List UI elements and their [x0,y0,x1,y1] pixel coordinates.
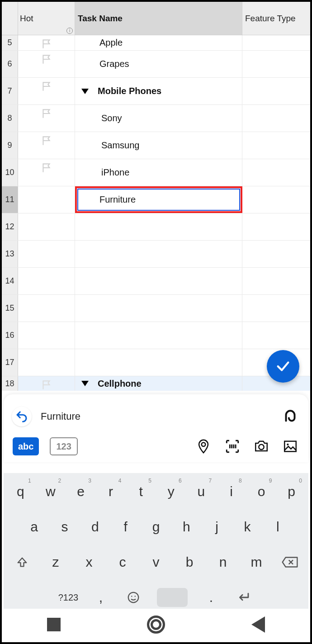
input-value[interactable]: Furniture [41,411,280,422]
feature-cell[interactable] [242,186,310,213]
number-mode-button[interactable]: 123 [50,437,77,455]
flag-icon[interactable] [41,135,52,147]
key-v[interactable]: v [140,549,172,575]
key-x[interactable]: x [73,549,105,575]
table-row[interactable]: 11Furniture [2,186,310,213]
task-cell[interactable] [75,322,242,349]
task-cell[interactable]: Sony [75,105,242,132]
hot-cell[interactable] [18,159,75,186]
flag-icon[interactable] [41,379,52,391]
hot-cell[interactable] [18,51,75,77]
key-s[interactable]: s [50,514,79,540]
task-cell[interactable] [75,241,242,267]
hot-cell[interactable] [18,241,75,267]
feature-cell[interactable] [242,51,310,77]
feature-cell[interactable] [242,159,310,186]
key-o[interactable]: o9 [247,478,276,505]
key-u[interactable]: u7 [187,478,216,505]
hot-cell[interactable] [18,132,75,159]
table-row[interactable]: 6Grapes [2,51,310,78]
comma-key[interactable]: , [85,584,116,611]
hot-cell[interactable] [18,186,75,213]
home-button[interactable] [147,616,165,634]
confirm-fab[interactable] [267,350,299,383]
hot-cell[interactable] [18,78,75,104]
key-e[interactable]: e3 [66,478,95,505]
symbols-key[interactable]: ?123 [53,584,84,611]
shift-key[interactable] [6,549,38,575]
hot-cell[interactable] [18,349,75,376]
key-i[interactable]: i8 [217,478,246,505]
feature-cell[interactable] [242,35,310,50]
task-cell[interactable] [75,268,242,294]
feature-cell[interactable] [242,213,310,240]
backspace-key[interactable] [274,549,306,575]
table-row[interactable]: 17 [2,349,310,376]
feature-cell[interactable] [242,132,310,159]
feature-cell[interactable] [242,268,310,294]
table-row[interactable]: 7Mobile Phones [2,78,310,105]
task-cell[interactable]: iPhone [75,159,242,186]
task-cell[interactable]: Mobile Phones [75,78,242,104]
expand-icon[interactable] [81,381,89,386]
key-h[interactable]: h [172,514,201,540]
hot-cell[interactable] [18,213,75,240]
key-r[interactable]: r4 [97,478,125,505]
image-button[interactable] [281,437,299,455]
period-key[interactable]: . [196,584,227,611]
flag-icon[interactable] [41,108,52,119]
table-row[interactable]: 10iPhone [2,159,310,186]
undo-button[interactable] [12,407,32,426]
key-f[interactable]: f [111,514,140,540]
space-key[interactable] [157,588,188,607]
enter-key[interactable] [228,584,259,611]
info-icon[interactable]: i [66,28,73,34]
table-row[interactable]: 18 Cellphone [2,376,310,391]
hot-cell[interactable] [18,35,75,50]
hot-cell[interactable] [18,376,75,391]
back-button[interactable] [251,616,265,633]
key-t[interactable]: t5 [127,478,155,505]
key-b[interactable]: b [174,549,205,575]
camera-button[interactable] [252,437,270,455]
task-cell[interactable] [75,349,242,376]
header-hot[interactable]: Hot i [18,2,75,35]
hot-cell[interactable] [18,268,75,294]
key-y[interactable]: y6 [157,478,185,505]
task-cell[interactable]: Apple [75,35,242,50]
feature-cell[interactable] [242,105,310,132]
task-cell[interactable] [75,295,242,322]
hot-cell[interactable] [18,105,75,132]
return-button[interactable] [280,407,300,426]
abc-mode-button[interactable]: abc [13,437,39,455]
key-d[interactable]: d [81,514,109,540]
key-g[interactable]: g [142,514,170,540]
flag-icon[interactable] [41,53,52,65]
table-row[interactable]: 12 [2,213,310,241]
task-cell[interactable]: Grapes [75,51,242,77]
key-p[interactable]: p0 [277,478,306,505]
key-q[interactable]: q1 [6,478,35,505]
header-feature[interactable]: Feature Type [242,2,310,35]
table-row[interactable]: 8Sony [2,105,310,132]
feature-cell[interactable] [242,241,310,267]
key-l[interactable]: l [264,514,292,540]
table-row[interactable]: 14 [2,268,310,295]
feature-cell[interactable] [242,295,310,322]
table-row[interactable]: 15 [2,295,310,322]
hot-cell[interactable] [18,295,75,322]
key-k[interactable]: k [233,514,261,540]
table-row[interactable]: 9Samsung [2,132,310,159]
key-a[interactable]: a [20,514,48,540]
expand-icon[interactable] [81,89,89,94]
flag-icon[interactable] [41,38,52,50]
task-cell[interactable]: Furniture [75,186,242,213]
barcode-button[interactable] [223,437,241,455]
flag-icon[interactable] [41,162,52,174]
key-w[interactable]: w2 [37,478,65,505]
feature-cell[interactable] [242,78,310,104]
key-n[interactable]: n [207,549,239,575]
table-row[interactable]: 13 [2,241,310,268]
header-task[interactable]: Task Name [75,2,242,35]
key-m[interactable]: m [241,549,272,575]
